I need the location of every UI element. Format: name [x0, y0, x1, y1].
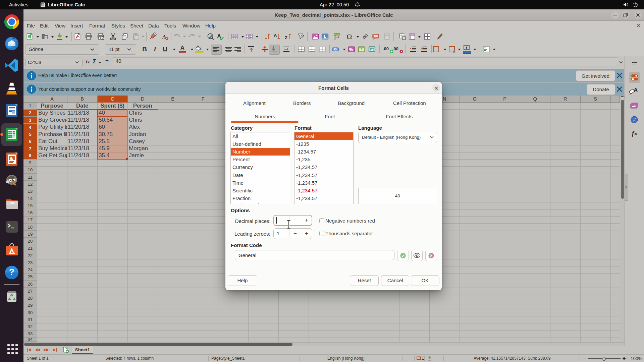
- svg-text:A: A: [634, 87, 638, 93]
- svg-text:Z: Z: [285, 35, 287, 40]
- svg-text:%: %: [349, 47, 353, 52]
- svg-text:A: A: [274, 33, 277, 38]
- svg-text:?: ?: [9, 267, 14, 277]
- svg-text:Ω: Ω: [346, 33, 352, 41]
- svg-text:0.0: 0.0: [359, 48, 364, 52]
- svg-text:15: 15: [370, 48, 374, 51]
